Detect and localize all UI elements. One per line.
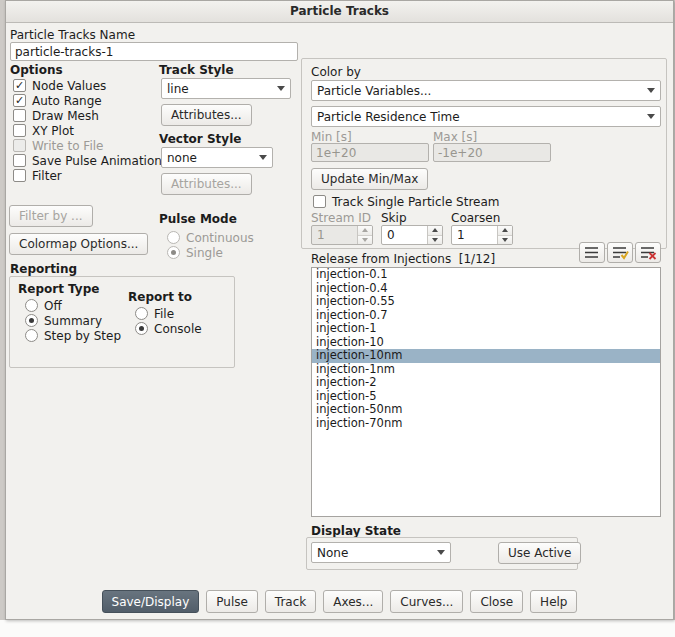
injections-label-text: Release from Injections [311, 252, 451, 266]
spinner-down-icon[interactable] [498, 235, 512, 245]
checkbox-label: Track Single Particle Stream [332, 195, 500, 209]
radio-label: Step by Step [44, 329, 121, 343]
track-style-select[interactable]: line [161, 78, 291, 99]
background-panel: Histogram [0, 620, 675, 637]
spinner-up-icon[interactable] [498, 226, 512, 235]
select-all-button[interactable] [607, 242, 633, 263]
dialog-title: Particle Tracks [290, 4, 389, 18]
particle-tracks-name-input[interactable] [10, 42, 298, 61]
vector-style-select[interactable]: none [161, 147, 273, 168]
filter-by-button: Filter by ... [9, 205, 93, 227]
injection-list-item[interactable]: injection-1 [312, 322, 660, 336]
color-by-category-select[interactable]: Particle Variables... [311, 80, 661, 101]
radio-label: Summary [44, 314, 102, 328]
vector-attributes-button: Attributes... [161, 173, 252, 195]
spinner-down-icon[interactable] [428, 235, 442, 245]
list-filter-button[interactable] [579, 242, 605, 263]
injection-list-item[interactable]: injection-0.7 [312, 309, 660, 323]
injection-list-item[interactable]: injection-10 [312, 336, 660, 350]
option-filter-checkbox[interactable]: Filter [13, 168, 162, 183]
injection-list-item[interactable]: injection-5 [312, 390, 660, 404]
help-button[interactable]: Help [530, 590, 577, 613]
display-state-value: None [317, 546, 433, 560]
use-active-button[interactable]: Use Active [498, 542, 581, 564]
chevron-down-icon [277, 86, 285, 91]
radio-icon [135, 307, 148, 320]
checkbox-label: Draw Mesh [32, 109, 99, 123]
color-by-category-value: Particle Variables... [317, 84, 643, 98]
coarsen-label: Coarsen [451, 211, 500, 225]
deselect-all-button[interactable] [635, 242, 661, 263]
stream-id-spinner: 1 [311, 225, 373, 245]
injection-list-item[interactable]: injection-2 [312, 376, 660, 390]
injection-list-item[interactable]: injection-10nm [312, 349, 660, 363]
stream-id-value: 1 [312, 226, 357, 244]
save-display-button[interactable]: Save/Display [102, 590, 200, 613]
report-type-step-by-step-radio[interactable]: Step by Step [25, 328, 121, 343]
track-style-header: Track Style [159, 63, 234, 77]
checkbox-label: Save Pulse Animation [32, 154, 162, 168]
dialog-titlebar[interactable]: Particle Tracks [6, 1, 673, 23]
curves-button[interactable]: Curves... [390, 590, 463, 613]
chevron-down-icon [437, 550, 445, 555]
radio-icon [167, 231, 180, 244]
pulse-button[interactable]: Pulse [206, 590, 258, 613]
reporting-groupbox: Report Type OffSummaryStep by Step Repor… [9, 276, 235, 368]
options-checkbox-list: ✓Node Values✓Auto RangeDraw MeshXY PlotW… [13, 78, 162, 183]
color-by-variable-select[interactable]: Particle Residence Time [311, 106, 661, 127]
injections-count: [1/12] [459, 252, 495, 266]
update-min-max-button[interactable]: Update Min/Max [311, 168, 428, 190]
pulse-mode-radio-group: ContinuousSingle [167, 230, 254, 260]
colormap-options-button[interactable]: Colormap Options... [9, 233, 148, 255]
skip-label: Skip [381, 211, 407, 225]
injections-label: Release from Injections [1/12] [311, 252, 495, 266]
option-draw-mesh-checkbox[interactable]: Draw Mesh [13, 108, 162, 123]
injection-list-item[interactable]: injection-0.55 [312, 295, 660, 309]
list-check-icon [611, 245, 629, 260]
report-type-off-radio[interactable]: Off [25, 298, 121, 313]
coarsen-value: 1 [452, 226, 497, 244]
track-style-value: line [167, 82, 273, 96]
display-state-select[interactable]: None [311, 542, 451, 563]
axes-button[interactable]: Axes... [323, 590, 383, 613]
radio-label: Continuous [186, 231, 254, 245]
name-field-label: Particle Tracks Name [10, 28, 135, 42]
close-button[interactable]: Close [470, 590, 523, 613]
checkbox-unchecked-icon [13, 109, 26, 122]
option-xy-plot-checkbox[interactable]: XY Plot [13, 123, 162, 138]
list-lines-icon [583, 245, 601, 260]
injection-list-item[interactable]: injection-0.1 [312, 268, 660, 282]
checkbox-checked-icon: ✓ [13, 94, 26, 107]
report-to-file-radio[interactable]: File [135, 306, 202, 321]
report-type-summary-radio[interactable]: Summary [25, 313, 121, 328]
stream-id-label: Stream ID [311, 211, 371, 225]
injection-list-item[interactable]: injection-50nm [312, 403, 660, 417]
spinner-arrows [427, 226, 442, 244]
option-save-pulse-animation-checkbox[interactable]: Save Pulse Animation [13, 153, 162, 168]
report-to-console-radio[interactable]: Console [135, 321, 202, 336]
track-attributes-button[interactable]: Attributes... [161, 104, 252, 126]
report-type-label: Report Type [18, 282, 99, 296]
checkbox-label: XY Plot [32, 124, 74, 138]
skip-spinner[interactable]: 0 [381, 225, 443, 245]
coarsen-spinner[interactable]: 1 [451, 225, 513, 245]
injections-list[interactable]: injection-0.1injection-0.4injection-0.55… [311, 267, 661, 517]
track-single-particle-stream-checkbox[interactable]: Track Single Particle Stream [313, 194, 500, 209]
checkbox-label: Node Values [32, 79, 106, 93]
min-input [311, 143, 429, 162]
option-write-to-file-checkbox: Write to File [13, 138, 162, 153]
option-node-values-checkbox[interactable]: ✓Node Values [13, 78, 162, 93]
min-label: Min [s] [311, 130, 352, 144]
injection-list-item[interactable]: injection-70nm [312, 417, 660, 431]
particle-tracks-dialog: Particle Tracks Particle Tracks Name Opt… [5, 0, 674, 620]
color-by-variable-value: Particle Residence Time [317, 110, 643, 124]
injection-list-item[interactable]: injection-1nm [312, 363, 660, 377]
report-type-radio-group: OffSummaryStep by Step [25, 298, 121, 343]
option-auto-range-checkbox[interactable]: ✓Auto Range [13, 93, 162, 108]
pulse-mode-continuous-radio: Continuous [167, 230, 254, 245]
track-button[interactable]: Track [265, 590, 316, 613]
spinner-up-icon[interactable] [428, 226, 442, 235]
injection-list-item[interactable]: injection-0.4 [312, 282, 660, 296]
chevron-down-icon [647, 88, 655, 93]
checkbox-unchecked-icon [13, 139, 26, 152]
